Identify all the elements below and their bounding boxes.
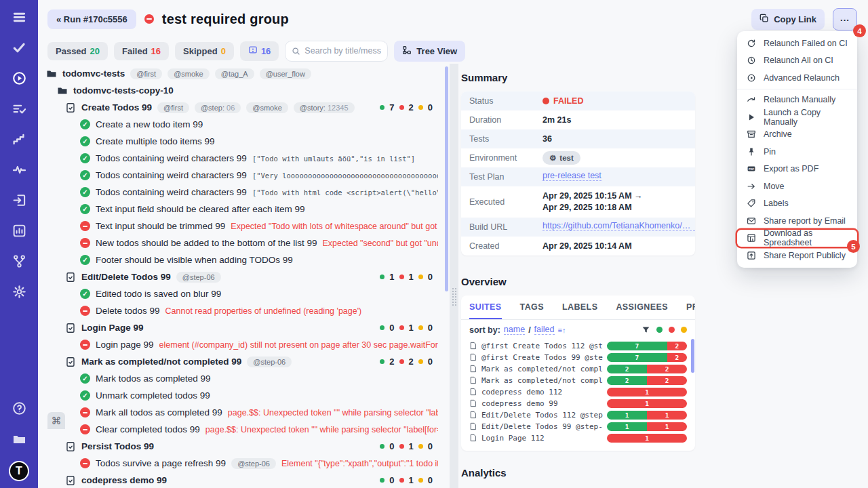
filter-failed[interactable]: Failed16 (114, 42, 169, 60)
sidebar-pulse-icon[interactable] (11, 161, 27, 178)
app-logo[interactable]: T (9, 461, 29, 481)
tree-row-suite[interactable]: codepress demo 99010 (38, 472, 445, 488)
tree-row-folder[interactable]: todomvc-tests@first@smoke@tag_A@user_flo… (38, 65, 445, 82)
tree-row-suite[interactable]: Mark as completed/not completed 99@step-… (38, 353, 445, 370)
menu-item-relaunch-all-on-ci[interactable]: Relaunch All on CI (737, 52, 857, 70)
tag-pill[interactable]: @step: 06 (195, 102, 241, 113)
tree-row-pass[interactable]: ✓Todos containing weird characters 99["T… (38, 150, 445, 167)
tag-pill[interactable]: @user_flow (260, 68, 311, 79)
tree-row-pass[interactable]: ✓Mark todos as completed 99 (38, 370, 445, 387)
sidebar-analytics-icon[interactable] (11, 222, 27, 239)
tree-view-button[interactable]: Tree View (394, 41, 465, 62)
tree-row-pass[interactable]: ✓Edited todo is saved on blur 99 (38, 285, 445, 302)
menu-item-share-report-publicly[interactable]: Share Report Publicly (737, 247, 857, 264)
tab-tags[interactable]: TAGS (520, 302, 544, 319)
menu-item-label: Archive (764, 129, 792, 139)
tab-suites[interactable]: SUITES (469, 302, 502, 319)
tree-row-suite[interactable]: Edit/Delete Todos 99@step-06110 (38, 268, 445, 285)
tag-pill[interactable]: @story: 12345 (294, 102, 355, 113)
tree-row-pass[interactable]: ✓Todos containing weird characters 99["V… (38, 167, 445, 184)
tab-labels[interactable]: LABELS (562, 302, 597, 319)
tree-row-fail[interactable]: Text input should be trimmed 99Expected … (38, 218, 445, 235)
tab-priority[interactable]: PRIORITY (686, 302, 695, 319)
tree-row-fail[interactable]: Mark all todos as completed 99page.$$: U… (38, 404, 445, 421)
tree-row-fail[interactable]: Delete todos 99Cannot read properties of… (38, 302, 445, 319)
tree-scrollbar[interactable] (445, 66, 448, 291)
toggle-failed-dot[interactable] (669, 327, 675, 333)
sidebar-projects-icon[interactable] (11, 430, 27, 447)
run-failed-status-icon (144, 14, 154, 24)
tree-row-fail[interactable]: Todos survive a page refresh 99@step-06E… (38, 455, 445, 472)
tag-pill[interactable]: @step-06 (176, 272, 221, 283)
tag-pill[interactable]: @step-06 (247, 357, 292, 367)
menu-item-pin[interactable]: Pin (737, 143, 857, 161)
tree-row-fail[interactable]: New todos should be added to the bottom … (38, 235, 445, 251)
overview-suite-row[interactable]: codepress demo 991 (469, 398, 687, 409)
overview-suite-row[interactable]: Edit/Delete Todos 112 @step-…11 (469, 409, 687, 421)
tag-pill[interactable]: @first (157, 102, 189, 113)
overview-suite-row[interactable]: @first Create Todos 99 @step…72 (469, 352, 687, 363)
tag-pill[interactable]: @step-06 (231, 458, 276, 469)
summary-value[interactable]: https://github.com/TetianaKhomenko/Load-… (542, 221, 695, 233)
sort-direction-icon[interactable]: ≡↑ (558, 326, 566, 334)
menu-item-launch-a-copy-manually[interactable]: Launch a Copy Manually (737, 108, 857, 126)
tag-pill[interactable]: @first (130, 68, 162, 79)
panel-resize-handle[interactable] (452, 287, 456, 306)
sidebar-menu-icon[interactable] (11, 9, 27, 25)
overview-suite-row[interactable]: Login Page 1121 (469, 432, 687, 444)
copy-link-button[interactable]: Copy Link (751, 9, 825, 30)
filter-funnel-icon[interactable] (642, 325, 650, 334)
menu-item-relaunch-manually[interactable]: Relaunch Manually (737, 92, 857, 109)
filter-comments[interactable]: 16 (240, 41, 279, 61)
toggle-skipped-dot[interactable] (681, 327, 687, 333)
menu-item-move[interactable]: Move (737, 178, 857, 195)
summary-value[interactable]: pre-release test (542, 171, 601, 183)
overview-suite-row[interactable]: Edit/Delete Todos 99 @step-0611 (469, 421, 687, 432)
tree-row-fail[interactable]: Clear completed todos 99page.$$: Unexpec… (38, 421, 445, 438)
search-input[interactable] (304, 46, 381, 56)
sidebar-steps-icon[interactable] (11, 131, 27, 147)
overview-suite-row[interactable]: codepress demo 1121 (469, 386, 687, 398)
tree-row-folder[interactable]: todomvc-tests-copy-10 (38, 82, 445, 99)
sidebar-help-icon[interactable] (11, 400, 27, 416)
tree-row-suite[interactable]: Login Page 99010 (38, 319, 445, 336)
filter-skipped[interactable]: Skipped0 (175, 42, 234, 60)
tree-row-fail[interactable]: Login page 99element (#company_id) still… (38, 336, 445, 353)
tree-row-pass[interactable]: ✓Todos containing weird characters 99["T… (38, 184, 445, 201)
sidebar-import-icon[interactable] (11, 192, 27, 208)
overview-card: SUITESTAGSLABELSASSIGNEESPRIORITY sort b… (461, 296, 695, 451)
sort-by-failed-link[interactable]: failed (534, 325, 555, 335)
tree-row-suite[interactable]: Create Todos 99@first@step: 06@smoke@sto… (38, 99, 445, 116)
tree-row-pass[interactable]: ✓Create a new todo item 99 (38, 116, 445, 133)
menu-item-archive[interactable]: Archive (737, 126, 857, 144)
sort-by-name-link[interactable]: name (504, 325, 525, 335)
tree-row-pass[interactable]: ✓Text input field should be cleared afte… (38, 201, 445, 218)
tag-pill[interactable]: @smoke (246, 102, 288, 113)
overview-suite-row[interactable]: Mark as completed/not comple…22 (469, 375, 687, 386)
sidebar-test-cases-icon[interactable] (11, 100, 27, 117)
menu-item-relaunch-failed-on-ci[interactable]: Relaunch Failed on CI (737, 35, 857, 52)
overview-suite-row[interactable]: Mark as completed/not comple…22 (469, 363, 687, 375)
overview-suite-row[interactable]: @first Create Todos 112 @ste…72 (469, 340, 687, 352)
sidebar-branches-icon[interactable] (11, 253, 27, 269)
sidebar-check-icon[interactable] (11, 39, 27, 56)
tag-pill[interactable]: @smoke (167, 68, 210, 79)
tree-row-suite[interactable]: Persist Todos 99010 (38, 438, 445, 455)
menu-item-labels[interactable]: Labels (737, 195, 857, 213)
menu-item-export-as-pdf[interactable]: PDFExport as PDF (737, 161, 857, 178)
run-back-button[interactable]: « Run #170c5556 (47, 9, 136, 29)
overview-scrollbar[interactable] (691, 339, 694, 373)
menu-item-share-report-by-email[interactable]: Share report by Email (737, 212, 857, 230)
tree-row-pass[interactable]: ✓Unmark completed todos 99 (38, 387, 445, 404)
menu-item-download-as-spreadsheet[interactable]: Download as Spreadsheet5 (737, 230, 857, 247)
tag-pill[interactable]: @tag_A (215, 68, 254, 79)
filter-passed[interactable]: Passed20 (47, 42, 108, 60)
tree-row-pass[interactable]: ✓Footer should be visible when adding TO… (38, 251, 445, 268)
toggle-passed-dot[interactable] (656, 327, 663, 333)
sidebar-settings-icon[interactable] (11, 283, 27, 300)
sidebar-runs-icon[interactable] (11, 70, 27, 86)
tree-row-pass[interactable]: ✓Create multiple todo items 99 (38, 133, 445, 150)
right-panel: Summary StatusFAILEDDuration2m 21sTests3… (461, 64, 705, 488)
tab-assignees[interactable]: ASSIGNEES (616, 302, 668, 319)
menu-item-advanced-relaunch[interactable]: Advanced Relaunch (737, 69, 857, 87)
